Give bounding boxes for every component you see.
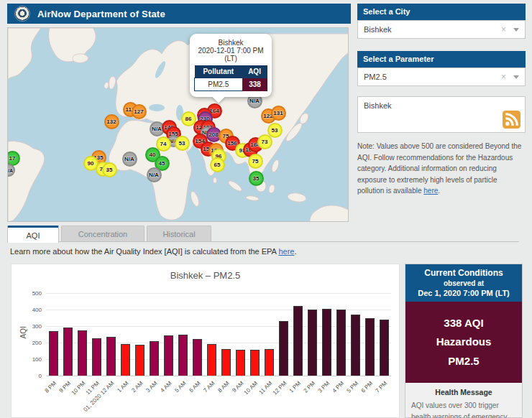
bar-4-pm[interactable] xyxy=(336,310,346,376)
app-title: AirNow Department of State xyxy=(37,9,165,19)
x-label-6: 2 AM xyxy=(130,380,144,394)
aqi-marker-35[interactable]: 35 xyxy=(102,162,117,177)
tabs: AQIConcentrationHistorical xyxy=(7,226,519,242)
app-header: AirNow Department of State xyxy=(7,4,351,24)
bar-1-am[interactable] xyxy=(121,344,130,376)
y-tick-0: 0 xyxy=(39,373,42,379)
bar-9-pm[interactable] xyxy=(63,328,73,376)
learn-more-here-link[interactable]: here xyxy=(278,247,294,256)
chart-plot-area: AQI 01002003004005008 PM9 PM10 PM11 PM01… xyxy=(46,293,391,376)
city-clear-icon[interactable]: × xyxy=(501,24,506,34)
popup-col-pollutant: Pollutant xyxy=(195,65,243,78)
current-conditions-header: Current Conditions observed at Dec 1, 20… xyxy=(405,264,522,302)
bar-1-pm[interactable] xyxy=(293,306,303,376)
x-label-18: 2 PM xyxy=(303,380,317,394)
state-department-seal-logo xyxy=(14,6,30,22)
bar-10-am[interactable] xyxy=(250,350,260,376)
world-aqi-map[interactable]: 17N/A132117127N/A149155N/A7440135907335N… xyxy=(7,27,349,222)
aqi-marker-131[interactable]: 131 xyxy=(271,106,286,121)
x-label-8: 4 AM xyxy=(159,380,173,394)
sidebar: Select a City Bishkek × Select a Paramet… xyxy=(357,4,526,197)
current-aqi-block: 338 AQI Hazardous PM2.5 xyxy=(405,302,522,383)
learn-more-text: Learn more about how the Air Quality Ind… xyxy=(10,247,296,256)
popup-city: Bishkek xyxy=(194,39,267,47)
bar-4-am[interactable] xyxy=(164,335,173,376)
feed-city-label: Bishkek xyxy=(364,101,392,110)
world-map-background xyxy=(8,28,349,222)
bar-6-pm[interactable] xyxy=(365,318,375,376)
bar-7-am[interactable] xyxy=(207,344,216,376)
x-label-22: 6 PM xyxy=(360,380,375,394)
feed-box: Bishkek xyxy=(357,96,526,133)
aqi-marker-na[interactable]: N/A xyxy=(147,167,162,182)
parameter-clear-icon[interactable]: × xyxy=(501,72,506,82)
bar-7-pm[interactable] xyxy=(380,320,389,376)
select-city-header: Select a City xyxy=(357,4,526,20)
observed-at-label: observed at xyxy=(408,279,519,287)
city-caret-icon[interactable] xyxy=(513,28,519,32)
x-label-11: 7 AM xyxy=(202,380,216,394)
aqi-marker-65[interactable]: 65 xyxy=(210,157,225,172)
x-label-23: 7 PM xyxy=(375,380,389,394)
aqi-marker-75[interactable]: 75 xyxy=(248,154,263,169)
health-message-block: Health Message AQI values over 300 trigg… xyxy=(405,383,522,418)
bar-9-am[interactable] xyxy=(236,350,245,376)
note-period: . xyxy=(438,187,440,195)
bar-6-am[interactable] xyxy=(193,339,202,376)
bar-10-pm[interactable] xyxy=(78,330,87,376)
bar-3-pm[interactable] xyxy=(322,309,331,376)
bar-5-pm[interactable] xyxy=(351,315,360,376)
tab-concentration[interactable]: Concentration xyxy=(61,226,145,241)
learn-more-pre: Learn more about how the Air Quality Ind… xyxy=(10,247,278,256)
current-aqi-pollutant: PM2.5 xyxy=(408,352,519,371)
gridline-500 xyxy=(46,293,391,294)
note-here-link[interactable]: here xyxy=(423,187,438,195)
popup-table: Pollutant AQI PM2.5 338 xyxy=(194,65,267,91)
tab-aqi[interactable]: AQI xyxy=(7,226,59,243)
x-label-9: 5 AM xyxy=(173,380,187,394)
current-aqi-value: 338 AQI xyxy=(408,314,519,333)
health-message-title: Health Message xyxy=(411,388,516,396)
bar-8-am[interactable] xyxy=(221,349,231,376)
beyond-aqi-note: Note: Values above 500 are considered Be… xyxy=(357,141,526,197)
rss-icon[interactable] xyxy=(503,111,520,129)
tab-historical[interactable]: Historical xyxy=(147,226,211,241)
aqi-marker-35[interactable]: 35 xyxy=(249,171,264,186)
parameter-select[interactable]: PM2.5 × xyxy=(357,68,526,86)
aqi-marker-53[interactable]: 53 xyxy=(267,123,283,138)
gridline-0 xyxy=(46,376,391,376)
aqi-marker-127[interactable]: 127 xyxy=(132,104,147,119)
bar-12-pm[interactable] xyxy=(279,321,288,376)
popup-datetime: 2020-12-01 7:00 PM xyxy=(194,47,267,55)
bar-2-am[interactable] xyxy=(135,345,145,376)
y-tick-300: 300 xyxy=(32,323,42,330)
bar-01-2020-12-am[interactable] xyxy=(106,337,116,376)
bar-11-pm[interactable] xyxy=(92,338,101,376)
aqi-marker-na[interactable]: N/A xyxy=(122,152,137,167)
bar-11-am[interactable] xyxy=(265,349,274,376)
x-label-14: 10 AM xyxy=(243,380,259,396)
health-message-text: AQI values over 300 trigger health warni… xyxy=(411,400,516,418)
popup-aqi-value: 338 xyxy=(242,78,267,91)
chart-title: Bishkek – PM2.5 xyxy=(12,270,399,281)
city-select-value: Bishkek xyxy=(364,25,501,34)
bar-8-pm[interactable] xyxy=(49,331,58,376)
x-label-16: 12 PM xyxy=(272,380,288,396)
x-label-12: 8 AM xyxy=(216,380,230,394)
popup-pollutant-value: PM2.5 xyxy=(195,78,243,91)
x-label-19: 3 PM xyxy=(317,380,331,394)
y-tick-200: 200 xyxy=(32,340,42,346)
parameter-select-value: PM2.5 xyxy=(364,73,501,81)
city-select[interactable]: Bishkek × xyxy=(357,20,526,39)
x-label-5: 1 AM xyxy=(116,380,129,394)
bar-3-am[interactable] xyxy=(150,341,159,376)
aqi-marker-132[interactable]: 132 xyxy=(104,114,119,129)
x-label-10: 6 AM xyxy=(188,380,201,394)
x-label-0: 8 PM xyxy=(44,380,58,394)
x-label-15: 11 AM xyxy=(257,380,273,396)
select-parameter-header: Select a Parameter xyxy=(357,51,526,68)
aqi-marker-53[interactable]: 53 xyxy=(175,136,190,151)
bar-5-am[interactable] xyxy=(178,335,188,376)
bar-2-pm[interactable] xyxy=(308,310,317,376)
parameter-caret-icon[interactable] xyxy=(513,75,519,79)
